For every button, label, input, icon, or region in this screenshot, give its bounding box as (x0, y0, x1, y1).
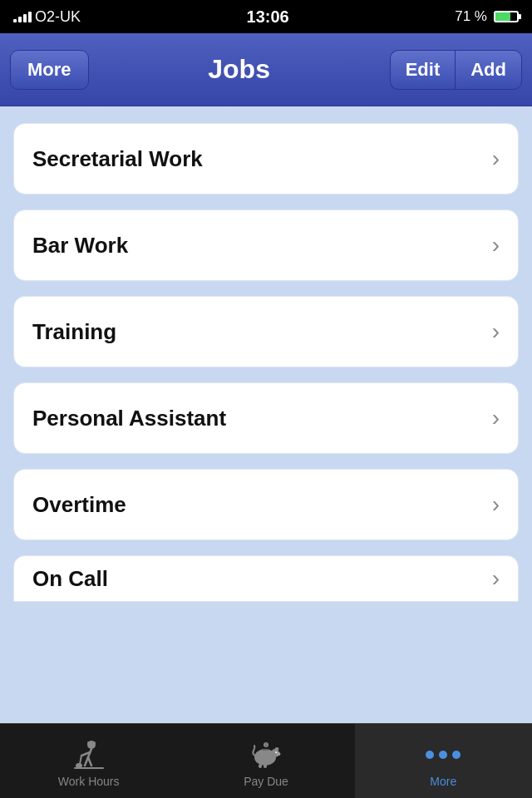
svg-line-7 (88, 757, 91, 766)
list-item-overtime[interactable]: Overtime › (13, 469, 519, 540)
list-item-training[interactable]: Training › (13, 296, 519, 367)
tab-pay-due-label: Pay Due (244, 775, 288, 788)
signal-bar-3 (23, 14, 27, 22)
signal-strength (13, 12, 32, 22)
main-content: Secretarial Work › Bar Work › Training ›… (0, 106, 532, 723)
battery-icon (494, 11, 519, 22)
pay-due-icon: $ (249, 738, 283, 771)
list-item-on-call[interactable]: On Call › (13, 555, 519, 602)
work-hours-icon (72, 738, 106, 771)
chevron-right-icon: › (492, 232, 500, 259)
dot-3 (452, 751, 461, 759)
list-item-label: On Call (32, 566, 108, 592)
signal-bar-4 (28, 12, 32, 22)
dot-1 (426, 751, 434, 759)
tab-more-label: More (430, 775, 456, 788)
three-dots (426, 751, 461, 759)
svg-point-11 (274, 747, 278, 751)
list-item-label: Overtime (32, 492, 126, 518)
status-time: 13:06 (247, 7, 289, 27)
status-right: 71 % (455, 8, 519, 25)
signal-bar-2 (18, 17, 22, 22)
tab-work-hours-label: Work Hours (58, 775, 120, 788)
status-bar: O2-UK 13:06 71 % (0, 0, 532, 33)
tab-pay-due[interactable]: $ Pay Due (177, 724, 354, 798)
svg-point-15 (278, 753, 279, 754)
svg-text:$: $ (265, 742, 268, 747)
svg-line-4 (80, 756, 81, 764)
svg-rect-17 (259, 764, 262, 768)
tab-more[interactable]: More (355, 724, 532, 798)
svg-point-14 (277, 753, 278, 754)
chevron-right-icon: › (492, 405, 500, 431)
list-item-secretarial-work[interactable]: Secretarial Work › (13, 123, 519, 195)
nav-actions: Edit Add (390, 50, 522, 90)
list-item-bar-work[interactable]: Bar Work › (13, 209, 519, 281)
list-item-label: Secretarial Work (32, 146, 203, 172)
list-item-label: Personal Assistant (32, 406, 226, 431)
list-item-label: Training (32, 319, 116, 345)
add-button[interactable]: Add (455, 50, 522, 90)
status-left: O2-UK (13, 8, 81, 26)
battery-percent: 71 % (455, 8, 487, 25)
nav-title: Jobs (89, 54, 390, 85)
battery-fill (495, 12, 510, 21)
chevron-right-icon: › (492, 318, 500, 345)
nav-bar: More Jobs Edit Add (0, 33, 532, 106)
svg-point-12 (275, 751, 277, 753)
chevron-right-icon: › (492, 491, 500, 518)
svg-rect-18 (264, 764, 267, 768)
more-button[interactable]: More (10, 50, 89, 90)
svg-rect-16 (262, 749, 268, 751)
svg-point-13 (276, 752, 280, 756)
edit-button[interactable]: Edit (390, 50, 456, 90)
chevron-right-icon: › (492, 565, 500, 592)
tab-work-hours[interactable]: Work Hours (0, 724, 177, 798)
carrier-name: O2-UK (35, 8, 81, 26)
list-item-label: Bar Work (32, 233, 128, 259)
chevron-right-icon: › (492, 145, 500, 172)
more-dots-icon (426, 738, 460, 771)
dot-2 (439, 751, 447, 759)
signal-bar-1 (13, 19, 17, 22)
tab-bar: Work Hours (0, 723, 532, 798)
list-item-personal-assistant[interactable]: Personal Assistant › (13, 382, 519, 454)
svg-rect-1 (87, 741, 96, 744)
